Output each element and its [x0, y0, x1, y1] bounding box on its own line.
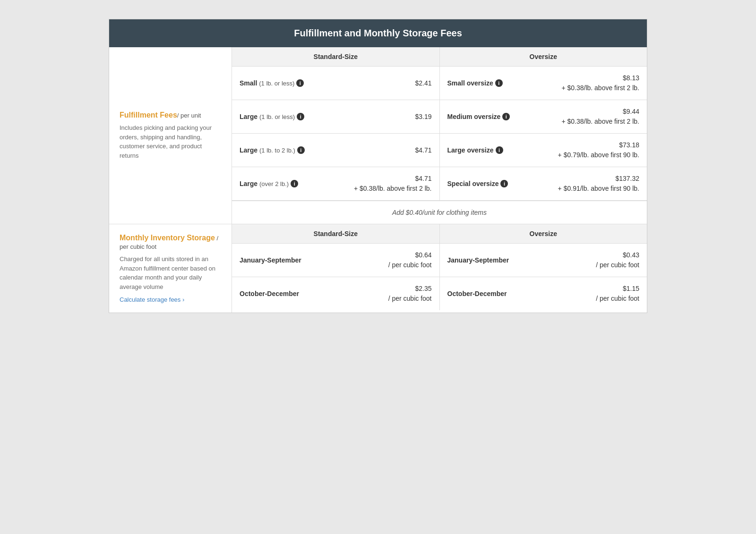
storage-link[interactable]: Calculate storage fees › [120, 296, 221, 303]
storage-row-1: January-September $0.64 / per cubic foot… [232, 244, 647, 277]
fulfillment-title: Fulfillment Fees/ per unit [120, 111, 221, 119]
storage-sub-header-row: Standard-Size Oversize [232, 224, 647, 244]
medium-oversize-info-icon[interactable]: i [502, 113, 510, 120]
storage-row2-col1-label: October-December [240, 290, 299, 297]
fulfillment-row2-col2: Medium oversize i $9.44 + $0.38/lb. abov… [440, 100, 647, 133]
fulfillment-row1-col1-label: Small (1 lb. or less) i [240, 79, 304, 87]
special-oversize-info-icon[interactable]: i [500, 180, 508, 187]
fulfillment-subtitle: / per unit [177, 112, 201, 119]
large-1lb-standard-info-icon[interactable]: i [297, 113, 304, 120]
fulfillment-sub-header-row: Standard-Size Oversize [232, 47, 647, 67]
small-oversize-info-icon[interactable]: i [495, 79, 503, 87]
fulfillment-row1-col2: Small oversize i $8.13 + $0.38/lb. above… [440, 67, 647, 100]
large-oversize-info-icon[interactable]: i [496, 146, 503, 154]
storage-row1-col2-label: January-September [447, 256, 509, 264]
fulfillment-row2-col1-label: Large (1 lb. or less) i [240, 113, 304, 120]
fulfillment-left-cell: Fulfillment Fees/ per unit Includes pick… [109, 47, 232, 224]
storage-row2-col1: October-December $2.35 / per cubic foot [232, 277, 440, 310]
fulfillment-right-cell: Standard-Size Oversize Small (1 lb. or l… [232, 47, 647, 224]
storage-row2-col2: October-December $1.15 / per cubic foot [440, 277, 647, 310]
storage-row1-col1-label: January-September [240, 256, 301, 264]
clothing-note: Add $0.40/unit for clothing items [232, 201, 647, 224]
storage-title-block: Monthly Inventory Storage / per cubic fo… [120, 234, 221, 251]
fulfillment-col2-header: Oversize [440, 47, 647, 66]
storage-left-cell: Monthly Inventory Storage / per cubic fo… [109, 224, 232, 313]
fulfillment-row3-col1-label: Large (1 lb. to 2 lb.) i [240, 146, 305, 154]
fulfillment-row4-col2-label: Special oversize i [447, 180, 508, 187]
fulfillment-row3-col1-value: $4.71 [415, 146, 431, 154]
fulfillment-row3-col1: Large (1 lb. to 2 lb.) i $4.71 [232, 134, 440, 167]
fulfillment-desc: Includes picking and packing your orders… [120, 123, 221, 160]
fulfillment-row3-col2-value: $73.18 + $0.79/lb. above first 90 lb. [558, 140, 639, 160]
fulfillment-row4-col1-value: $4.71 + $0.38/lb. above first 2 lb. [354, 174, 432, 194]
fulfillment-row1-col2-label: Small oversize i [447, 79, 503, 87]
storage-row1-col1: January-September $0.64 / per cubic foot [232, 244, 440, 277]
fulfillment-section: Fulfillment Fees/ per unit Includes pick… [109, 47, 647, 224]
table-body: Fulfillment Fees/ per unit Includes pick… [109, 47, 647, 313]
storage-row2-col2-label: October-December [447, 290, 507, 297]
small-standard-info-icon[interactable]: i [296, 79, 304, 87]
storage-col1-header: Standard-Size [232, 224, 440, 243]
storage-title-text: Monthly Inventory Storage [120, 234, 215, 242]
fulfillment-row-3: Large (1 lb. to 2 lb.) i $4.71 Large ove… [232, 134, 647, 167]
large-1-2lb-standard-info-icon[interactable]: i [297, 146, 305, 154]
fulfillment-row2-col2-value: $9.44 + $0.38/lb. above first 2 lb. [561, 107, 639, 127]
fulfillment-col1-header: Standard-Size [232, 47, 440, 66]
fulfillment-row-2: Large (1 lb. or less) i $3.19 Medium ove… [232, 100, 647, 134]
storage-row1-col1-value: $0.64 / per cubic foot [388, 250, 432, 270]
fees-table: Fulfillment and Monthly Storage Fees Ful… [109, 19, 647, 313]
fulfillment-row4-col1-label: Large (over 2 lb.) i [240, 180, 298, 187]
storage-col2-header: Oversize [440, 224, 647, 243]
fulfillment-row2-col1: Large (1 lb. or less) i $3.19 [232, 100, 440, 133]
storage-row1-col2: January-September $0.43 / per cubic foot [440, 244, 647, 277]
fulfillment-title-text: Fulfillment Fees [120, 111, 177, 119]
storage-desc: Charged for all units stored in an Amazo… [120, 254, 221, 291]
fulfillment-row2-col1-value: $3.19 [415, 113, 431, 120]
fulfillment-row1-col2-value: $8.13 + $0.38/lb. above first 2 lb. [561, 73, 639, 93]
fulfillment-row-1: Small (1 lb. or less) i $2.41 Small over… [232, 67, 647, 100]
fulfillment-row-4: Large (over 2 lb.) i $4.71 + $0.38/lb. a… [232, 167, 647, 201]
fulfillment-row4-col1: Large (over 2 lb.) i $4.71 + $0.38/lb. a… [232, 167, 440, 200]
fulfillment-row4-col2: Special oversize i $137.32 + $0.91/lb. a… [440, 167, 647, 200]
storage-row2-col2-value: $1.15 / per cubic foot [596, 284, 639, 304]
fulfillment-row1-col1: Small (1 lb. or less) i $2.41 [232, 67, 440, 100]
fulfillment-row2-col2-label: Medium oversize i [447, 113, 510, 120]
fulfillment-row4-col2-value: $137.32 + $0.91/lb. above first 90 lb. [558, 174, 639, 194]
storage-row1-col2-value: $0.43 / per cubic foot [596, 250, 639, 270]
storage-right-cell: Standard-Size Oversize January-September… [232, 224, 647, 313]
main-title: Fulfillment and Monthly Storage Fees [294, 28, 462, 38]
fulfillment-row3-col2: Large oversize i $73.18 + $0.79/lb. abov… [440, 134, 647, 167]
storage-row-2: October-December $2.35 / per cubic foot … [232, 277, 647, 310]
fulfillment-row1-col1-value: $2.41 [415, 79, 431, 87]
storage-row2-col1-value: $2.35 / per cubic foot [388, 284, 432, 304]
fulfillment-row3-col2-label: Large oversize i [447, 146, 503, 154]
storage-section: Monthly Inventory Storage / per cubic fo… [109, 224, 647, 313]
large-over2lb-standard-info-icon[interactable]: i [291, 180, 298, 187]
clothing-note-text: Add $0.40/unit for clothing items [392, 209, 487, 216]
main-header: Fulfillment and Monthly Storage Fees [109, 19, 647, 47]
